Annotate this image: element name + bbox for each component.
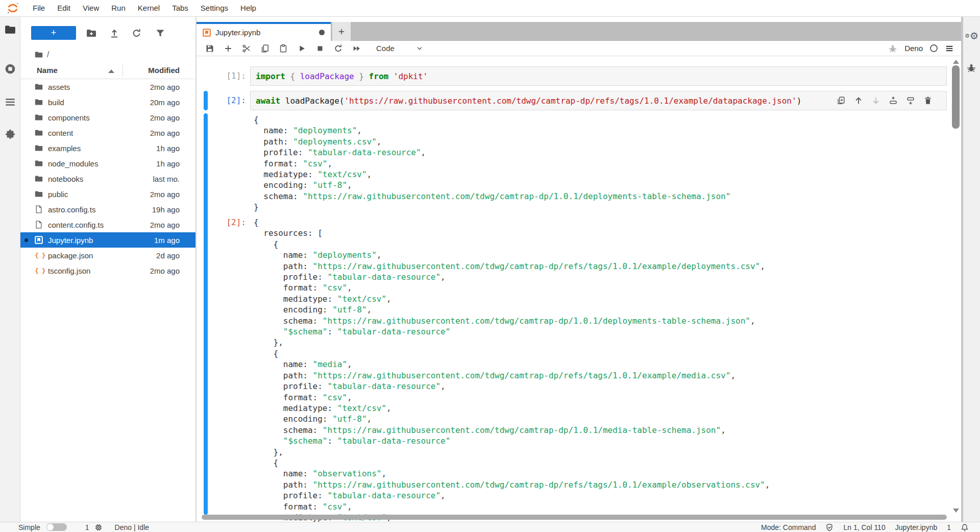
kernel-chip-icon[interactable] — [94, 523, 103, 531]
extensions-puzzle-icon[interactable] — [5, 129, 16, 140]
plus-icon — [337, 28, 346, 36]
menu-bar: FileEditViewRunKernelTabsSettingsHelp — [0, 0, 980, 17]
notification-count[interactable]: 1 — [947, 523, 951, 531]
restart-kernel-icon[interactable] — [334, 44, 343, 53]
file-name: examples — [48, 144, 81, 153]
file-browser-toolbar: + — [20, 17, 195, 43]
file-row-tsconfig.json[interactable]: { }tsconfig.json2mo ago — [20, 263, 195, 278]
move-cell-down-icon[interactable] — [871, 96, 880, 105]
file-list: assets2mo agobuild20m agocomponents2mo a… — [20, 79, 195, 278]
simple-mode-toggle[interactable] — [46, 523, 67, 531]
column-divider — [122, 64, 123, 77]
cell2-stream-output: { name: "deployments", path: "deployment… — [254, 114, 730, 213]
status-bar-right: Mode: Command Ln 1, Col 110 Jupyter.ipyn… — [761, 523, 980, 531]
menu-run[interactable]: Run — [105, 4, 132, 12]
cell2-input-prompt: [2]: — [197, 95, 246, 105]
right-activity-bar: ⚙⚙ — [963, 17, 980, 522]
kernel-status-icon[interactable] — [930, 44, 938, 52]
column-header-name[interactable]: Name — [37, 66, 58, 75]
stop-icon[interactable] — [315, 44, 325, 53]
column-header-modified[interactable]: Modified — [148, 66, 180, 75]
toolbar-menu-icon[interactable] — [945, 44, 954, 53]
refresh-icon[interactable] — [132, 28, 142, 38]
menu-tabs[interactable]: Tabs — [166, 4, 194, 12]
insert-cell-above-icon[interactable] — [889, 96, 898, 105]
active-file-name[interactable]: Jupyter.ipynb — [895, 523, 938, 531]
breadcrumb-root: / — [47, 50, 49, 59]
file-row-content.config.ts[interactable]: content.config.ts2mo ago — [20, 217, 195, 232]
kernel-session-count[interactable]: 1 — [85, 523, 89, 531]
kernel-status-text[interactable]: Deno | Idle — [115, 523, 149, 531]
file-modified: 2mo ago — [150, 83, 195, 91]
file-row-components[interactable]: components2mo ago — [20, 110, 195, 125]
cut-icon[interactable] — [242, 44, 251, 53]
insert-cell-below-icon[interactable] — [906, 96, 915, 105]
tab-dirty-indicator[interactable] — [319, 30, 325, 35]
cell-type-dropdown[interactable]: Code — [376, 44, 423, 53]
file-row-notebooks[interactable]: notebookslast mo. — [20, 171, 195, 186]
save-icon[interactable] — [205, 44, 214, 53]
debugger-bug-icon[interactable] — [888, 44, 897, 53]
open-file-dot — [24, 238, 28, 242]
add-cell-icon[interactable] — [224, 44, 233, 53]
cell2-output-prompt: [2]: — [197, 217, 246, 227]
move-cell-up-icon[interactable] — [854, 96, 863, 105]
menu-view[interactable]: View — [77, 4, 105, 12]
copy-icon[interactable] — [260, 44, 270, 53]
duplicate-cell-icon[interactable] — [837, 96, 846, 105]
filter-icon[interactable] — [155, 28, 165, 38]
file-list-header: Name Modified — [20, 62, 195, 79]
status-bar: Simple 1 Deno | Idle Mode: Command Ln 1,… — [0, 522, 980, 532]
cursor-position[interactable]: Ln 1, Col 110 — [843, 523, 885, 531]
menu-edit[interactable]: Edit — [51, 4, 77, 12]
menu-file[interactable]: File — [27, 4, 51, 12]
mode-indicator[interactable]: Mode: Command — [761, 523, 816, 531]
cell1-code[interactable]: import { loadPackage } from 'dpkit' — [251, 67, 946, 86]
bell-icon[interactable] — [961, 523, 969, 531]
file-row-node_modules[interactable]: node_modules1h ago — [20, 156, 195, 171]
file-row-package.json[interactable]: { }package.json2d ago — [20, 248, 195, 263]
file-row-astro.config.ts[interactable]: astro.config.ts19h ago — [20, 202, 195, 217]
new-tab-button[interactable] — [332, 22, 351, 41]
trust-shield-icon[interactable] — [825, 523, 834, 531]
upload-icon[interactable] — [109, 28, 119, 38]
restart-run-all-icon[interactable] — [352, 44, 361, 53]
breadcrumb[interactable]: / — [35, 49, 49, 61]
vertical-scrollbar-thumb[interactable] — [952, 65, 960, 129]
delete-cell-icon[interactable] — [923, 96, 933, 105]
notebook-scroll-area[interactable]: [1]: import { loadPackage } from 'dpkit'… — [197, 56, 950, 522]
debugger-bug-icon[interactable] — [966, 63, 976, 73]
new-launcher-button[interactable]: + — [31, 26, 76, 40]
file-name: Jupyter.ipynb — [48, 236, 93, 245]
menu-help[interactable]: Help — [234, 4, 262, 12]
menu-kernel[interactable]: Kernel — [132, 4, 166, 12]
file-row-assets[interactable]: assets2mo ago — [20, 79, 195, 94]
folder-icon — [35, 98, 46, 106]
file-row-public[interactable]: public2mo ago — [20, 186, 195, 202]
left-activity-bar — [0, 17, 20, 522]
file-modified: 19h ago — [152, 205, 195, 214]
file-row-content[interactable]: content2mo ago — [20, 125, 195, 140]
scroll-down-arrow-icon[interactable] — [953, 509, 959, 513]
tab-jupyter-ipynb[interactable]: Jupyter.ipynb — [197, 22, 331, 41]
file-row-Jupyter.ipynb[interactable]: Jupyter.ipynb1m ago — [20, 232, 195, 248]
jupyter-logo-icon — [6, 2, 19, 15]
paste-icon[interactable] — [279, 44, 288, 53]
cell1-input[interactable]: import { loadPackage } from 'dpkit' — [250, 66, 947, 86]
cell2-output-collapser[interactable] — [204, 113, 208, 515]
table-of-contents-icon[interactable] — [5, 96, 16, 108]
scroll-up-arrow-icon[interactable] — [953, 60, 959, 64]
kernel-name[interactable]: Deno — [904, 44, 923, 53]
run-icon[interactable] — [297, 44, 306, 53]
running-kernels-icon[interactable] — [5, 63, 16, 75]
property-inspector-gears-icon[interactable]: ⚙⚙ — [965, 31, 978, 41]
notebook-icon — [35, 236, 46, 244]
file-row-examples[interactable]: examples1h ago — [20, 140, 195, 156]
file-modified: 2d ago — [156, 251, 195, 260]
new-folder-icon[interactable] — [86, 28, 96, 38]
folder-icon — [35, 113, 46, 122]
file-browser-icon[interactable] — [5, 24, 16, 35]
menu-settings[interactable]: Settings — [194, 4, 234, 12]
file-row-build[interactable]: build20m ago — [20, 94, 195, 110]
horizontal-scrollbar-thumb[interactable] — [202, 515, 947, 520]
